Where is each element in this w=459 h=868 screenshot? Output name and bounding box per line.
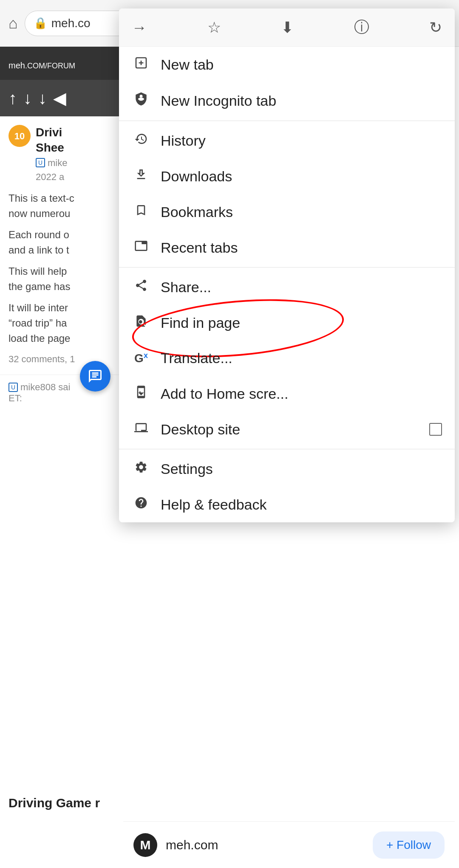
desktop-site-label: Desktop site xyxy=(161,421,419,438)
menu-item-help-feedback[interactable]: Help & feedback xyxy=(119,487,455,522)
help-feedback-label: Help & feedback xyxy=(161,496,442,513)
post-date: 2022 a xyxy=(36,170,67,184)
menu-toolbar: → ☆ ⬇ ⓘ ↻ xyxy=(119,8,455,47)
content-text-4: It will be inter “road trip” ha load the… xyxy=(8,300,115,346)
content-area: 10 Drivi Shee U mike 2022 a xyxy=(0,116,123,375)
menu-info-icon[interactable]: ⓘ xyxy=(354,17,369,38)
new-tab-label: New tab xyxy=(161,56,442,73)
divider-1 xyxy=(119,121,455,121)
menu-item-bookmarks[interactable]: Bookmarks xyxy=(119,194,455,230)
down-arrow-icon-2: ↓ xyxy=(38,89,47,108)
history-label: History xyxy=(161,132,442,149)
divider-3 xyxy=(119,449,455,449)
add-to-home-icon xyxy=(132,385,150,402)
post-title: Drivi Shee xyxy=(36,125,67,156)
home-icon[interactable]: ⌂ xyxy=(8,14,18,32)
incognito-icon xyxy=(132,92,150,110)
menu-refresh-icon[interactable]: ↻ xyxy=(429,19,442,37)
downloads-label: Downloads xyxy=(161,168,442,185)
lock-icon: 🔒 xyxy=(34,17,47,30)
menu-forward-icon[interactable]: → xyxy=(132,19,147,37)
website-content: meh.COM/FORUM ↑ ↓ ↓ ◀ 10 Drivi Shee xyxy=(0,47,123,868)
menu-item-translate[interactable]: Gx Translate... xyxy=(119,341,455,376)
settings-label: Settings xyxy=(161,461,442,477)
menu-item-share[interactable]: Share... xyxy=(119,269,455,305)
menu-bookmark-icon[interactable]: ☆ xyxy=(207,19,221,37)
follow-bar: M meh.com + Follow xyxy=(123,821,455,868)
downloads-icon xyxy=(132,168,150,185)
menu-item-new-tab[interactable]: New tab xyxy=(119,47,455,82)
share-label: Share... xyxy=(161,279,442,296)
bottom-driving-title: Driving Game r xyxy=(0,789,123,817)
add-to-home-label: Add to Home scre... xyxy=(161,386,442,402)
new-tab-icon xyxy=(132,56,150,73)
url-text: meh.co xyxy=(51,17,91,30)
desktop-site-icon xyxy=(132,421,150,438)
history-icon xyxy=(132,132,150,149)
content-text-1: This is a text-c now numerou xyxy=(8,191,115,221)
left-arrow-icon: ◀ xyxy=(53,88,66,108)
recent-tabs-icon xyxy=(132,239,150,256)
site-header: meh.COM/FORUM xyxy=(0,47,123,80)
translate-label: Translate... xyxy=(161,350,442,366)
menu-item-history[interactable]: History xyxy=(119,123,455,158)
bitwarden-icon: U xyxy=(36,158,45,167)
star-badge: 10 xyxy=(8,125,31,147)
bookmarks-label: Bookmarks xyxy=(161,204,442,220)
bookmarks-icon xyxy=(132,203,150,220)
menu-item-recent-tabs[interactable]: Recent tabs xyxy=(119,230,455,265)
menu-item-find-in-page[interactable]: Find in page xyxy=(119,305,455,341)
share-icon xyxy=(132,279,150,296)
menu-download-icon[interactable]: ⬇ xyxy=(281,19,294,37)
post-header: 10 Drivi Shee U mike 2022 a xyxy=(8,125,115,184)
translate-icon: Gx xyxy=(132,351,150,365)
divider-2 xyxy=(119,267,455,268)
post-meta: U mike xyxy=(36,156,67,170)
find-in-page-label: Find in page xyxy=(161,315,442,331)
site-icon: M xyxy=(133,833,157,857)
find-in-page-icon xyxy=(132,314,150,331)
menu-item-downloads[interactable]: Downloads xyxy=(119,158,455,194)
site-banner: ↑ ↓ ↓ ◀ xyxy=(0,80,123,116)
content-text-3: This will help the game has xyxy=(8,264,115,294)
down-arrow-icon: ↓ xyxy=(23,89,32,108)
help-icon xyxy=(132,496,150,513)
chrome-menu: → ☆ ⬇ ⓘ ↻ New tab New Incognito tab xyxy=(119,8,455,522)
site-logo: meh.COM/FORUM xyxy=(8,54,115,72)
menu-item-desktop-site[interactable]: Desktop site xyxy=(119,411,455,447)
follow-button[interactable]: + Follow xyxy=(373,831,445,859)
recent-tabs-label: Recent tabs xyxy=(161,240,442,256)
new-incognito-tab-label: New Incognito tab xyxy=(161,93,442,109)
up-arrow-icon: ↑ xyxy=(8,89,17,108)
bitwarden-icon-bottom: U xyxy=(8,383,18,392)
site-name: meh.com xyxy=(166,838,364,852)
menu-item-add-to-home[interactable]: Add to Home scre... xyxy=(119,376,455,411)
content-text-2: Each round o and a link to t xyxy=(8,227,115,258)
menu-item-settings[interactable]: Settings xyxy=(119,451,455,487)
settings-icon xyxy=(132,460,150,477)
messages-fab[interactable] xyxy=(80,361,110,392)
menu-item-new-incognito-tab[interactable]: New Incognito tab xyxy=(119,82,455,119)
desktop-site-checkbox[interactable] xyxy=(429,423,442,436)
bottom-et: ET: xyxy=(8,393,115,404)
